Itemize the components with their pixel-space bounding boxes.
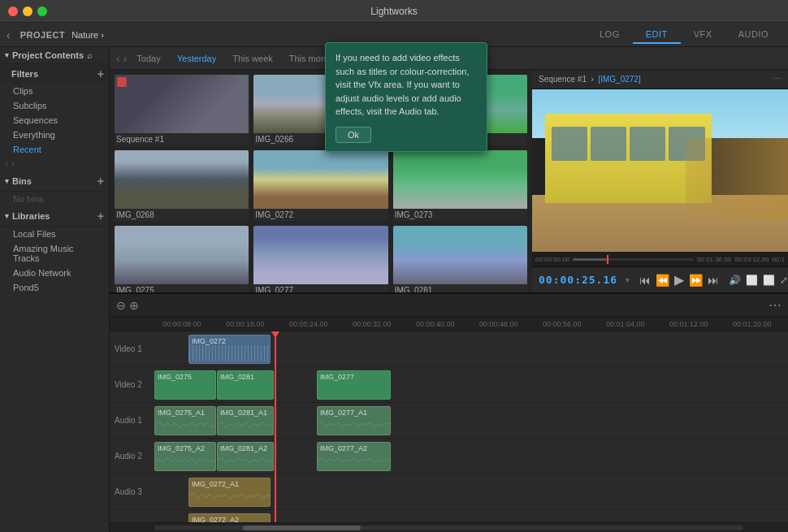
minimize-button[interactable]: [23, 6, 32, 16]
sequence-badge: [117, 77, 127, 87]
project-contents-header[interactable]: ▾ Project Contents ⌕: [0, 47, 109, 64]
sidebar-item-amazing-music[interactable]: Amazing Music Tracks: [0, 241, 109, 266]
nav-back-button[interactable]: ‹: [6, 28, 11, 41]
media-label-img0277: IMG_0277: [253, 284, 388, 292]
go-to-end-button[interactable]: ⏭: [708, 274, 719, 287]
maximize-button[interactable]: [37, 6, 47, 16]
sidebar-item-sequences[interactable]: Sequences: [0, 113, 109, 128]
timeline-more-icon[interactable]: ⋯: [769, 297, 782, 313]
media-item-img0268[interactable]: IMG_0268: [115, 150, 249, 221]
libraries-collapse-icon: ▾: [5, 212, 9, 220]
media-item-img0277[interactable]: IMG_0277: [253, 226, 388, 292]
timeline-zoom-controls: ⊖ ⊕: [116, 299, 139, 312]
tab-edit[interactable]: EDIT: [633, 26, 681, 44]
clip-img0275-a2[interactable]: IMG_0275_A2: [154, 442, 216, 471]
clip-img0272-v1[interactable]: IMG_0272: [188, 335, 271, 364]
scrollbar-track[interactable]: [154, 526, 743, 530]
timecode-dropdown-icon[interactable]: ▾: [626, 275, 630, 284]
preview-video[interactable]: [532, 89, 788, 252]
next-arrow-icon[interactable]: ›: [11, 158, 15, 170]
clip-img0272-a1[interactable]: IMG_0272_A1: [188, 478, 271, 507]
timeline-tracks: Video 1 IMG_0272 Video 2 IMG_0275: [110, 331, 788, 522]
scrollbar-thumb[interactable]: [243, 526, 361, 530]
media-item-seq1[interactable]: Sequence #1: [115, 75, 249, 145]
traffic-lights: [8, 6, 47, 16]
track-content-audio3: IMG_0272_A1: [154, 474, 788, 509]
preview-more-icon[interactable]: ⋯: [773, 74, 782, 84]
clip-img0275-a1[interactable]: IMG_0275_A1: [154, 406, 216, 435]
scrubber-playhead: [607, 255, 608, 264]
date-prev-icon[interactable]: ‹: [116, 52, 120, 65]
clip-img0277-v2[interactable]: IMG_0277: [317, 370, 391, 400]
media-item-img0281[interactable]: IMG_0281: [393, 226, 527, 292]
clip-img0277-a1[interactable]: IMG_0277_A1: [317, 406, 391, 435]
track-row-audio1: Audio 1 IMG_0275_A1 IMG_0281_A1 IMG_0277…: [110, 403, 788, 439]
clip-img0281-v2[interactable]: IMG_0281: [217, 370, 274, 400]
clip-img0281-a2[interactable]: IMG_0281_A2: [217, 442, 274, 471]
libraries-add-icon[interactable]: +: [97, 210, 104, 223]
bins-header[interactable]: ▾ Bins +: [0, 171, 109, 192]
close-button[interactable]: [8, 6, 18, 16]
media-thumb-seq1: [115, 75, 249, 133]
clip-label-img0281-a1: IMG_0281_A1: [220, 409, 267, 417]
zoom-in-button[interactable]: ⊕: [129, 299, 139, 312]
clip-img0275-v2[interactable]: IMG_0275: [154, 370, 216, 400]
timecode-marks: 00:00:08.00 00:00:16.00 00:00:24.00 00:0…: [154, 317, 788, 331]
clip-label-img0277-a1: IMG_0277_A1: [320, 409, 367, 417]
bins-add-icon[interactable]: +: [97, 175, 104, 188]
mark-in-icon[interactable]: ⬜: [746, 275, 758, 286]
sidebar-item-subclips[interactable]: Subclips: [0, 98, 109, 113]
clip-img0272-a2[interactable]: IMG_0272_A2: [188, 513, 271, 522]
sidebar-nav-arrows: ‹ ›: [0, 157, 109, 171]
sidebar-item-local-files[interactable]: Local Files: [0, 227, 109, 241]
step-back-button[interactable]: ⏪: [656, 274, 669, 287]
scrubber-track[interactable]: [573, 258, 694, 261]
track-row-audio2: Audio 2 IMG_0275_A2 IMG_0281_A2 IMG_0277…: [110, 439, 788, 474]
media-label-img0273: IMG_0273: [393, 209, 527, 221]
filters-header[interactable]: Filters +: [0, 64, 109, 84]
track-content-audio2: IMG_0275_A2 IMG_0281_A2 IMG_0277_A2: [154, 439, 788, 474]
clip-img0277-a2[interactable]: IMG_0277_A2: [317, 442, 391, 471]
go-to-start-button[interactable]: ⏮: [639, 274, 651, 287]
timeline-scrollbar: [110, 522, 788, 532]
date-tab-yesterday[interactable]: Yesterday: [171, 52, 223, 65]
date-tab-this-week[interactable]: This week: [226, 52, 279, 65]
popup-ok-button[interactable]: Ok: [336, 127, 371, 143]
sidebar-item-audio-network[interactable]: Audio Network: [0, 266, 109, 280]
libraries-header[interactable]: ▾ Libraries +: [0, 206, 109, 227]
filters-add-icon[interactable]: +: [97, 67, 104, 80]
audio-icon[interactable]: 🔊: [729, 275, 741, 286]
media-item-img0273[interactable]: IMG_0273: [393, 150, 527, 221]
fullscreen-icon[interactable]: ⤢: [780, 275, 788, 286]
mark-out-icon[interactable]: ⬜: [763, 275, 775, 286]
zoom-out-button[interactable]: ⊖: [116, 299, 126, 312]
search-icon[interactable]: ⌕: [87, 50, 93, 60]
scrubber-played: [573, 258, 607, 261]
preview-seq-label: Sequence #1: [539, 75, 587, 84]
prev-arrow-icon[interactable]: ‹: [5, 158, 8, 170]
sidebar-item-pond5[interactable]: Pond5: [0, 280, 109, 295]
clip-label-img0281: IMG_0281: [220, 373, 254, 381]
step-forward-button[interactable]: ⏩: [689, 274, 703, 287]
tc-mark-8: 00:01:04.00: [606, 320, 645, 328]
media-thumb-img0281: [393, 226, 527, 284]
tc-mark-5: 00:00:40.00: [416, 320, 455, 328]
station-fence: [686, 138, 788, 219]
tab-audio[interactable]: AUDIO: [725, 26, 782, 44]
date-tab-today[interactable]: Today: [130, 52, 167, 65]
media-thumb-img0272: [253, 150, 388, 209]
media-item-img0272[interactable]: IMG_0272: [253, 150, 388, 221]
sidebar-item-recent[interactable]: Recent: [0, 142, 109, 157]
track-row-audio4: Audio 4 IMG_0272_A2: [110, 510, 788, 522]
play-button[interactable]: ▶: [674, 272, 684, 288]
clip-img0281-a1[interactable]: IMG_0281_A1: [217, 406, 274, 435]
project-name[interactable]: Nature ›: [71, 30, 104, 40]
sidebar-item-clips[interactable]: Clips: [0, 84, 109, 98]
sidebar-item-everything[interactable]: Everything: [0, 128, 109, 142]
tab-log[interactable]: LOG: [587, 26, 633, 44]
date-next-icon[interactable]: ›: [123, 52, 128, 65]
tab-vfx[interactable]: VFX: [681, 26, 725, 44]
clip-label-img0277-a2: IMG_0277_A2: [320, 444, 367, 452]
track-content-audio1: IMG_0275_A1 IMG_0281_A1 IMG_0277_A1: [154, 403, 788, 438]
media-item-img0275[interactable]: IMG_0275: [115, 226, 249, 292]
